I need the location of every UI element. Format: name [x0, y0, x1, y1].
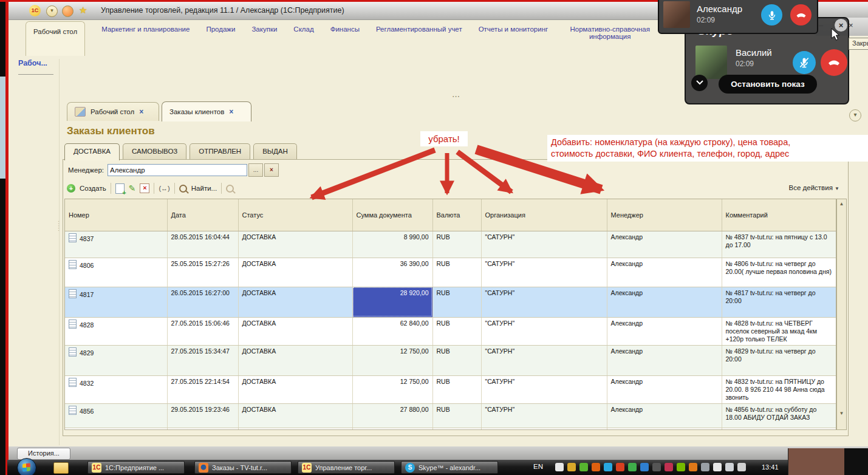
- order-row[interactable]: 4828 27.05.2015 15:06:46 ДОСТАВКА 62 840…: [65, 317, 836, 345]
- manager-filter-input[interactable]: [108, 164, 247, 176]
- cell-organization: "САТУРН": [481, 317, 607, 345]
- manager-clear-button[interactable]: ×: [264, 163, 279, 177]
- section-menu-item[interactable]: Регламентированный учет: [376, 19, 462, 33]
- skype-video-preview[interactable]: [788, 448, 868, 475]
- tray-icon-antivirus-check[interactable]: [579, 463, 588, 471]
- column-header[interactable]: Номер: [65, 199, 167, 231]
- section-menu-item[interactable]: Маркетинг и планирование: [101, 19, 190, 33]
- order-row[interactable]: 4832 27.05.2015 22:14:54 ДОСТАВКА 12 750…: [65, 375, 836, 403]
- status-tab[interactable]: ОТПРАВЛЕН: [190, 143, 250, 159]
- tray-icon-cc-cleaner[interactable]: [616, 463, 624, 471]
- cell-amount: 12 750,00: [352, 345, 432, 375]
- caret-down-icon: ▼: [835, 186, 839, 191]
- quick-access-button[interactable]: [62, 5, 73, 17]
- section-menu-item[interactable]: Рабочий стол: [26, 21, 85, 56]
- section-menu-item[interactable]: Финансы: [330, 19, 360, 33]
- call-duration: 02:09: [736, 60, 754, 68]
- fit-width-icon[interactable]: (↔): [159, 185, 169, 192]
- table-scrollbar[interactable]: ▲ ▼: [836, 199, 847, 430]
- tray-icon-wireless[interactable]: [640, 463, 649, 471]
- scroll-down-icon[interactable]: ▼: [837, 411, 846, 416]
- order-row[interactable]: 4829 27.05.2015 15:34:47 ДОСТАВКА 12 750…: [65, 345, 836, 375]
- tab-close-icon[interactable]: ×: [229, 108, 233, 116]
- stop-sharing-button[interactable]: Остановить показ: [719, 75, 817, 94]
- tray-icon-java[interactable]: [592, 463, 600, 471]
- edit-pencil-icon[interactable]: ✎: [129, 184, 136, 193]
- tab-customer-orders[interactable]: Заказы клиентов ×: [162, 101, 251, 121]
- tab-close-icon[interactable]: ×: [139, 108, 143, 116]
- create-button[interactable]: Создать: [80, 185, 106, 192]
- order-row[interactable]: 4837 28.05.2015 16:04:44 ДОСТАВКА 8 990,…: [65, 231, 836, 258]
- hangup-button[interactable]: [821, 49, 847, 76]
- tray-icon-shield[interactable]: [567, 463, 576, 471]
- column-header[interactable]: Менеджер: [607, 199, 722, 231]
- panel-splitter[interactable]: [59, 59, 60, 445]
- mute-button[interactable]: [793, 51, 816, 74]
- clear-search-icon[interactable]: [226, 185, 234, 193]
- mute-button[interactable]: [761, 4, 782, 26]
- tray-icon-action-flag[interactable]: [713, 463, 722, 471]
- splitter-dots-icon[interactable]: ⋯: [452, 92, 462, 101]
- order-row[interactable]: 4817 26.05.2015 16:27:00 ДОСТАВКА 28 920…: [65, 287, 836, 317]
- column-header[interactable]: Дата: [167, 199, 238, 231]
- caller-name: Александр: [697, 4, 742, 14]
- tray-icon-display[interactable]: [652, 463, 661, 471]
- create-icon[interactable]: +: [67, 184, 75, 193]
- desktop-background-strip: [0, 77, 5, 179]
- copy-document-icon[interactable]: [115, 183, 125, 194]
- main-menu-button[interactable]: ▾: [46, 5, 58, 17]
- status-tab[interactable]: ДОСТАВКА: [64, 143, 120, 160]
- taskbar-clock[interactable]: 13:41: [762, 463, 779, 471]
- cell-organization: "САТУРН": [481, 258, 607, 287]
- close-button[interactable]: ×: [849, 21, 853, 30]
- tray-icon-usb-device[interactable]: [701, 463, 709, 471]
- tab-list-dropdown-button[interactable]: ▾: [849, 109, 861, 121]
- section-menu-item[interactable]: Отчеты и мониторинг: [479, 19, 548, 33]
- more-options-button[interactable]: [691, 75, 708, 91]
- language-indicator[interactable]: EN: [533, 463, 543, 470]
- column-header[interactable]: Организация: [481, 199, 607, 231]
- tray-icon-nvidia[interactable]: [677, 463, 685, 471]
- tray-icon-green-box[interactable]: [628, 463, 637, 471]
- cell-amount: 12 750,00: [352, 428, 432, 430]
- scroll-up-icon[interactable]: ▲: [837, 201, 846, 207]
- column-header[interactable]: Сумма документа: [352, 199, 432, 231]
- order-row[interactable]: 4852 29.05.2015 16:48:59 ДОСТАВКА 12 750…: [65, 428, 836, 430]
- hangup-button[interactable]: [790, 4, 812, 26]
- tray-icon-orange-app[interactable]: [689, 463, 697, 471]
- delete-icon[interactable]: ×: [140, 183, 149, 193]
- status-tab[interactable]: ВЫДАН: [253, 143, 297, 159]
- favorites-star-icon[interactable]: ★: [79, 5, 87, 15]
- order-row[interactable]: 4806 25.05.2015 15:27:26 ДОСТАВКА 36 390…: [65, 258, 836, 287]
- find-button[interactable]: Найти...: [191, 185, 217, 192]
- tray-icon-network-signal[interactable]: [737, 463, 746, 471]
- manager-picker-button[interactable]: ...: [248, 163, 263, 177]
- cell-number: 4856: [65, 403, 167, 428]
- column-header[interactable]: Валюта: [432, 199, 481, 231]
- tray-icon-skype-tray[interactable]: [604, 463, 612, 471]
- section-menu-item[interactable]: Нормативно-справочная информация: [564, 19, 655, 40]
- start-button[interactable]: [17, 458, 36, 475]
- status-tab[interactable]: САМОВЫВОЗ: [123, 143, 186, 159]
- taskbar-button-1c-enterprise[interactable]: 1С 1С:Предприятие ...: [87, 461, 185, 474]
- left-panel-collapsed-label[interactable]: Рабоч...: [18, 59, 47, 67]
- search-icon[interactable]: [179, 185, 187, 193]
- tab-desktop[interactable]: Рабочий стол ×: [67, 102, 159, 121]
- orders-rows: 4837 28.05.2015 16:04:44 ДОСТАВКА 8 990,…: [65, 231, 836, 430]
- tray-icon-clipboard[interactable]: [725, 463, 734, 471]
- splitter-grip-icon[interactable]: ∙∙∙∙∙: [56, 220, 63, 232]
- taskbar-button-skype[interactable]: S Skype™ - alexandr...: [401, 461, 498, 474]
- section-menu-item[interactable]: Склад: [293, 19, 313, 33]
- order-row[interactable]: 4856 29.05.2015 19:23:46 ДОСТАВКА 27 880…: [65, 403, 836, 428]
- taskbar-button-firefox[interactable]: Заказы - TV-tut.r...: [194, 461, 292, 474]
- tray-icon-red-flower[interactable]: [665, 463, 673, 471]
- section-menu-item[interactable]: Закупки: [251, 19, 277, 33]
- all-actions-button[interactable]: Все действия ▼: [789, 184, 839, 191]
- taskbar-button-trade-management[interactable]: 1С Управление торг...: [298, 461, 395, 474]
- section-menu-item[interactable]: Продажи: [206, 19, 235, 33]
- column-header[interactable]: Комментарий: [722, 199, 836, 231]
- column-header[interactable]: Статус: [238, 199, 352, 231]
- tray-icon-windows-update[interactable]: [555, 463, 564, 471]
- cell-comment: № 4828 tv-tut.ru: на ЧЕТВЕРГ поселок сев…: [722, 317, 836, 345]
- explorer-icon[interactable]: [53, 462, 69, 474]
